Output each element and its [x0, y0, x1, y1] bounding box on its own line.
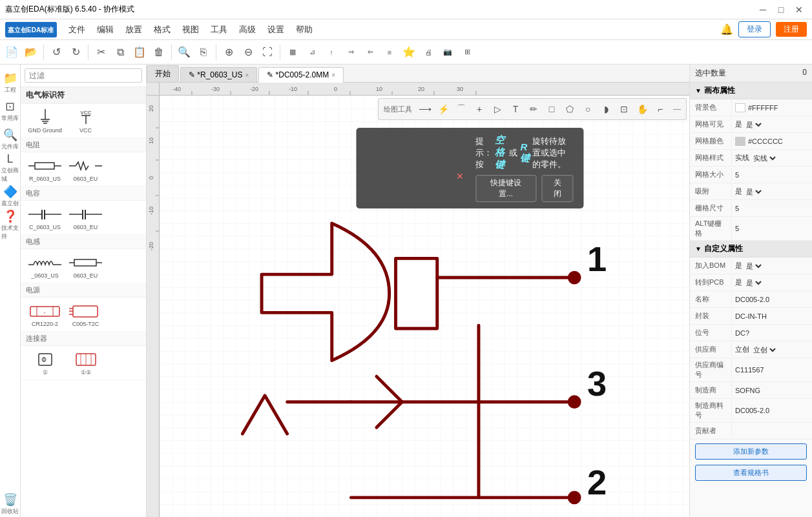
tb-extra-7[interactable]: ⭐: [400, 43, 418, 61]
grid-color-swatch[interactable]: [735, 137, 745, 146]
comp-c0603-eu[interactable]: 0603_EU: [67, 203, 105, 232]
delete-button[interactable]: 🗑: [150, 43, 168, 61]
package-input[interactable]: [735, 312, 809, 320]
minimize-button[interactable]: ─: [755, 4, 771, 15]
draw-arc-button[interactable]: ⌒: [453, 101, 469, 117]
tooltip-close-action-button[interactable]: 关闭: [541, 175, 573, 202]
menu-view[interactable]: 视图: [177, 21, 204, 38]
draw-arrow-button[interactable]: ▷: [490, 101, 505, 117]
search-button[interactable]: 🔍: [175, 43, 193, 61]
shortcut-settings-button[interactable]: 快捷键设置...: [475, 175, 536, 202]
draw-arc2-button[interactable]: ◗: [598, 101, 614, 117]
sidebar-item-trash[interactable]: 🗑️ 回收站: [1, 491, 19, 517]
draw-wire-button[interactable]: ⟶: [417, 101, 433, 117]
zoom-out-button[interactable]: ⊖: [239, 43, 257, 61]
menu-advanced[interactable]: 高级: [234, 21, 261, 38]
comp-gnd[interactable]: GND Ground: [26, 106, 64, 135]
notification-icon[interactable]: 🔔: [720, 23, 733, 35]
supplier-id-input[interactable]: [735, 366, 809, 374]
panel-scroll-area[interactable]: GND Ground VCC VCC 电阻: [21, 104, 146, 517]
tb-extra-4[interactable]: ⇒: [342, 43, 360, 61]
supplier-select[interactable]: 立创: [751, 345, 778, 354]
custom-props-section[interactable]: ▼ 自定义属性: [690, 241, 812, 258]
alt-grid-input[interactable]: [735, 225, 809, 232]
draw-edit-button[interactable]: ✏: [526, 101, 541, 117]
comp-l0603-eu[interactable]: 0603_EU: [67, 252, 105, 280]
comp-c0603-us[interactable]: C_0603_US: [26, 203, 64, 232]
tb-extra-3[interactable]: ↑: [322, 43, 340, 61]
draw-text-button[interactable]: T: [508, 101, 523, 117]
tb-extra-5[interactable]: ⇐: [361, 43, 379, 61]
draw-hand-button[interactable]: ✋: [634, 101, 650, 117]
menu-format[interactable]: 格式: [149, 21, 176, 38]
tab-dc005[interactable]: ✎ *DC005-2.0MM ×: [258, 67, 344, 83]
find-replace-button[interactable]: ⎘: [194, 43, 213, 61]
add-param-button[interactable]: 添加新参数: [695, 443, 807, 460]
add-bom-select[interactable]: 是 否: [744, 261, 764, 270]
paste-button[interactable]: 📋: [130, 43, 149, 61]
menu-help[interactable]: 帮助: [291, 21, 318, 38]
login-button[interactable]: 登录: [738, 21, 771, 37]
view-spec-button[interactable]: 查看规格书: [695, 465, 807, 481]
schematic-canvas[interactable]: 绘图工具 ⟶ ⚡ ⌒ + ▷ T ✏ □ ⬠ ○ ◗ ⊡ ✋ ⌐ —: [160, 96, 689, 517]
draw-rect-button[interactable]: □: [544, 101, 559, 117]
filter-input[interactable]: [25, 68, 142, 83]
cut-button[interactable]: ✂: [92, 43, 110, 61]
bg-color-swatch[interactable]: [735, 103, 745, 112]
grid-visible-select[interactable]: 是 否: [744, 120, 764, 129]
draw-bus-button[interactable]: ⚡: [435, 101, 451, 117]
zoom-in-button[interactable]: ⊕: [220, 43, 238, 61]
tab-dc005-close[interactable]: ×: [331, 72, 335, 79]
sidebar-item-jlc[interactable]: 🔷 嘉立创: [1, 183, 19, 209]
draw-image-button[interactable]: ⊡: [616, 101, 632, 117]
tab-r0603[interactable]: ✎ *R_0603_US ×: [180, 67, 257, 82]
sidebar-item-component-lib[interactable]: 🔍 元件库: [1, 127, 19, 152]
canvas-props-section[interactable]: ▼ 画布属性: [690, 83, 812, 99]
comp-r0603-us[interactable]: R_0603_US: [26, 155, 64, 183]
comp-cr1220[interactable]: + CR1220-2: [26, 300, 64, 329]
grid-size-input[interactable]: [735, 171, 809, 179]
comp-l0603-us[interactable]: _0603_US: [26, 252, 64, 280]
tooltip-x-button[interactable]: ✕: [456, 171, 464, 181]
tab-r0603-close[interactable]: ×: [245, 72, 249, 79]
menu-settings[interactable]: 设置: [262, 21, 289, 38]
tb-extra-2[interactable]: ⊿: [303, 43, 321, 61]
contributor-input[interactable]: [735, 427, 809, 435]
tb-extra-6[interactable]: ≡: [380, 43, 399, 61]
menu-edit[interactable]: 编辑: [92, 21, 119, 38]
tb-extra-9[interactable]: 📷: [439, 43, 457, 61]
tb-extra-10[interactable]: ⊞: [458, 43, 476, 61]
open-file-button[interactable]: 📂: [22, 43, 40, 61]
name-input[interactable]: [735, 296, 809, 303]
tb-extra-8[interactable]: 🖨: [419, 43, 437, 61]
copy-button[interactable]: ⧉: [111, 43, 129, 61]
register-button[interactable]: 注册: [776, 22, 807, 37]
goto-pcb-select[interactable]: 是 否: [744, 278, 764, 287]
draw-oval-button[interactable]: ○: [580, 101, 596, 117]
redo-button[interactable]: ↻: [67, 43, 85, 61]
draw-shape-button[interactable]: ⬠: [562, 101, 578, 117]
tb-extra-1[interactable]: ▦: [284, 43, 302, 61]
draw-circle-button[interactable]: +: [472, 101, 487, 117]
menu-place[interactable]: 放置: [120, 21, 147, 38]
sidebar-item-common-lib[interactable]: ⊡ 常用库: [1, 98, 19, 124]
maximize-button[interactable]: □: [773, 4, 789, 15]
comp-vcc[interactable]: VCC VCC: [67, 106, 105, 135]
zoom-fit-button[interactable]: ⛶: [258, 43, 276, 61]
tab-start[interactable]: 开始: [147, 65, 179, 82]
comp-r0603-eu[interactable]: 0603_EU: [67, 155, 105, 183]
sidebar-item-mall[interactable]: L 立创商城: [1, 155, 19, 181]
manufacturer-input[interactable]: [735, 387, 809, 394]
comp-conn1[interactable]: ①: [26, 349, 64, 377]
close-button[interactable]: ✕: [791, 4, 807, 15]
new-file-button[interactable]: 📄: [3, 43, 21, 61]
menu-file[interactable]: 文件: [63, 21, 90, 38]
sidebar-item-support[interactable]: ❓ 技术支持: [1, 212, 19, 238]
undo-button[interactable]: ↺: [47, 43, 65, 61]
grid-style-select[interactable]: 实线 虚线: [751, 154, 778, 163]
grid-unit-input[interactable]: [735, 205, 809, 212]
mfr-part-num-input[interactable]: [735, 407, 809, 414]
draw-corner-button[interactable]: ⌐: [652, 101, 668, 117]
draw-tools-close-button[interactable]: —: [673, 105, 681, 114]
sidebar-item-project[interactable]: 📁 工程: [1, 70, 19, 96]
